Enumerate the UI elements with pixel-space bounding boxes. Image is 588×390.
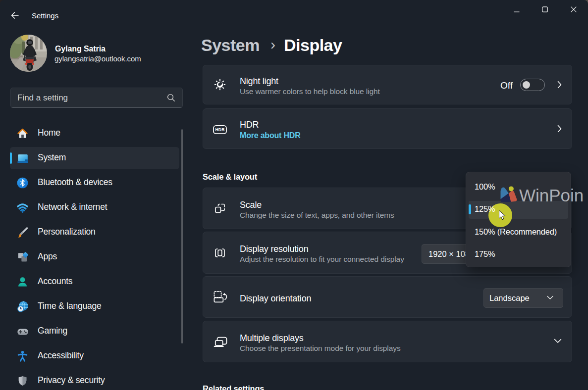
svg-text:HDR: HDR xyxy=(215,127,225,132)
